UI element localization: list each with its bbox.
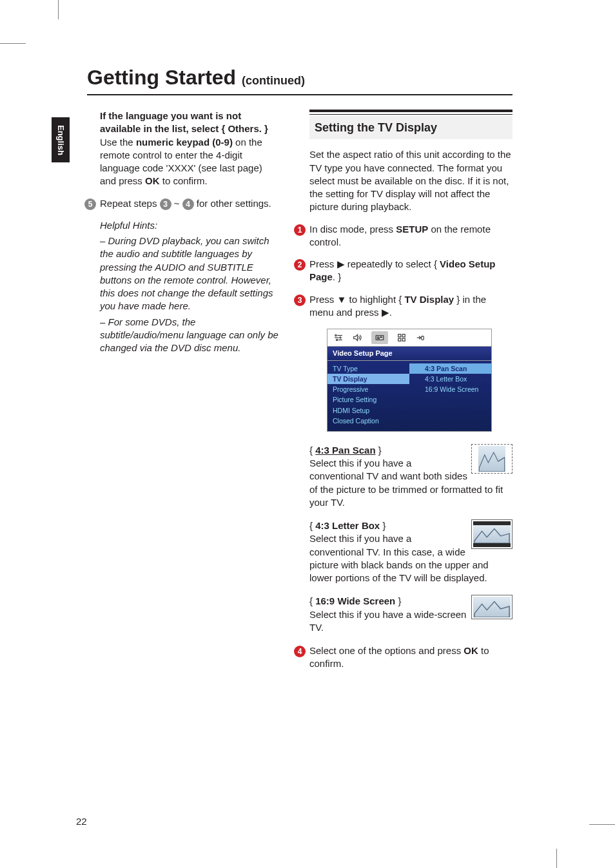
letter-box-thumb: [471, 519, 512, 549]
crop-mark: [589, 824, 615, 825]
grid-icon: [397, 333, 406, 342]
option-pan-scan: { 4:3 Pan Scan } Select this if you have…: [309, 444, 512, 509]
svg-rect-12: [402, 334, 405, 337]
s3a: Press: [309, 294, 337, 305]
pan-scan-thumb: [471, 444, 512, 474]
step-3: 3 Press ▼ to highlight { TV Display } in…: [309, 293, 512, 320]
step-5: 5 Repeat steps 3 ~ 4 for other settings.: [100, 197, 280, 210]
osd-menu: Video Setup Page TV Type TV Display Prog…: [326, 328, 493, 432]
osd-tabs: [327, 329, 492, 347]
arrow-lock-icon: [415, 333, 425, 342]
crop-mark: [58, 0, 59, 19]
step-5-badge: 5: [84, 198, 96, 210]
svg-rect-8: [377, 336, 379, 338]
section-rule-thin: [309, 114, 512, 115]
step5-c: ~: [171, 198, 182, 209]
play-right-icon-2: ▶: [382, 307, 389, 318]
right-column: Setting the TV Display Set the aspect ra…: [309, 110, 512, 680]
video-icon: [371, 331, 388, 344]
step-4-badge-inline: 4: [182, 198, 194, 210]
osd-left-item: TV Type: [327, 363, 409, 374]
svg-point-4: [337, 339, 338, 340]
osd-left-item: Closed Caption: [327, 416, 409, 426]
step-3-badge-inline: 3: [160, 198, 171, 210]
keypad-a: Use the: [100, 137, 136, 148]
keypad-e: to confirm.: [160, 175, 208, 186]
keypad-d: OK: [145, 175, 160, 186]
step5-a: Repeat steps: [100, 198, 160, 209]
left-column: If the language you want is not availabl…: [100, 110, 280, 363]
others-bold: If the language you want is not availabl…: [100, 110, 268, 134]
s2a: Press: [309, 258, 337, 269]
svg-rect-14: [402, 338, 405, 341]
title-text: Getting Started: [87, 66, 236, 89]
opt2-label: 4:3 Letter Box: [315, 520, 380, 531]
page-number: 22: [76, 816, 87, 827]
step5-e: for other settings.: [194, 198, 271, 209]
osd-right-item: 4:3 Pan Scan: [409, 363, 491, 374]
crop-mark: [0, 43, 26, 44]
step-1: 1 In disc mode, press SETUP on the remot…: [309, 223, 512, 249]
osd-left-item: Picture Setting: [327, 394, 409, 405]
osd-left-item: HDMI Setup: [327, 405, 409, 416]
opt2-body: Select this if you have a conventional T…: [309, 533, 489, 583]
opt3-body: Select this if you have a wide-screen TV…: [309, 609, 466, 633]
language-tab-label: English: [56, 125, 66, 155]
osd-right-item: 16:9 Wide Screen: [409, 384, 491, 394]
osd-right-list: 4:3 Pan Scan 4:3 Letter Box 16:9 Wide Sc…: [409, 361, 491, 431]
svg-rect-13: [398, 338, 401, 341]
osd-titlebar: Video Setup Page: [327, 347, 492, 361]
s4a: Select one of the options and press: [309, 645, 464, 656]
section-title: Setting the TV Display: [309, 116, 512, 139]
section-rule-thick: [309, 110, 512, 112]
step-2-badge: 2: [294, 259, 306, 271]
step-1-badge: 1: [294, 224, 306, 236]
s2b: repeatedly to select {: [345, 258, 440, 269]
settings-icon: [334, 333, 343, 342]
hints-title: Helpful Hints:: [100, 219, 280, 232]
down-arrow-icon: ▼: [337, 294, 347, 305]
s4b: OK: [464, 645, 478, 656]
svg-marker-6: [354, 334, 358, 340]
s2d: . }: [333, 271, 341, 282]
page-title: Getting Started (continued): [87, 66, 305, 90]
step-4-badge: 4: [294, 646, 306, 657]
opt3-label: 16:9 Wide Screen: [315, 595, 395, 606]
step-2: 2 Press ▶ repeatedly to select { Video S…: [309, 258, 512, 284]
title-rule: [87, 94, 512, 95]
osd-left-item: Progressive: [327, 384, 409, 394]
svg-point-0: [335, 334, 337, 336]
svg-rect-16: [422, 336, 424, 340]
speaker-icon: [352, 333, 362, 342]
language-tab: English: [52, 117, 70, 162]
option-letter-box: { 4:3 Letter Box } Select this if you ha…: [309, 519, 512, 584]
osd-left-list: TV Type TV Display Progressive Picture S…: [327, 361, 409, 431]
s3b: to highlight {: [346, 294, 404, 305]
s1b: SETUP: [396, 224, 428, 235]
osd-left-item: TV Display: [327, 374, 409, 384]
option-wide-screen: { 16:9 Wide Screen } Select this if you …: [309, 595, 512, 634]
others-paragraph: If the language you want is not availabl…: [100, 110, 280, 188]
osd-body: TV Type TV Display Progressive Picture S…: [327, 361, 492, 432]
section-intro: Set the aspect ratio of this unit accord…: [309, 148, 512, 213]
svg-point-2: [340, 337, 341, 338]
step-3-badge: 3: [294, 294, 306, 306]
svg-rect-11: [398, 334, 401, 337]
osd-right-item: 4:3 Letter Box: [409, 374, 491, 384]
keypad-b: numeric keypad (0-9): [136, 137, 233, 148]
s1a: In disc mode, press: [309, 224, 396, 235]
svg-rect-10: [377, 338, 380, 340]
s3c: TV Display: [404, 294, 454, 305]
title-suffix: (continued): [242, 74, 305, 87]
hint-2: – For some DVDs, the subtitle/audio/menu…: [100, 316, 280, 355]
opt1-label: 4:3 Pan Scan: [315, 445, 375, 456]
wide-screen-thumb: [471, 595, 512, 619]
step-4: 4 Select one of the options and press OK…: [309, 644, 512, 671]
svg-rect-9: [380, 336, 382, 338]
hint-1: – During DVD playback, you can switch th…: [100, 235, 280, 313]
crop-mark: [556, 849, 557, 868]
play-right-icon: ▶: [337, 258, 345, 269]
s3e: .: [389, 307, 392, 318]
